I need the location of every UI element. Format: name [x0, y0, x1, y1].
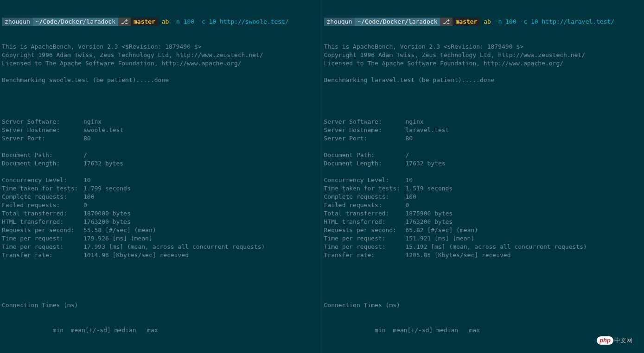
stat-row: Time taken for tests:1.799 seconds [2, 184, 320, 193]
watermark: php中文网 [597, 336, 632, 345]
stat-label: Complete requests: [2, 193, 83, 201]
stat-value: 100 [83, 193, 94, 200]
stat-label: Requests per second: [2, 226, 83, 234]
stat-label: HTML transferred: [2, 218, 83, 226]
stat-label: Concurrency Level: [2, 176, 83, 184]
stat-value: 15.192 [ms] (mean, across all concurrent… [406, 243, 587, 250]
stat-label: Complete requests: [324, 193, 406, 201]
stat-label: Time taken for tests: [2, 184, 83, 193]
stat-value: 1205.85 [Kbytes/sec] received [406, 252, 511, 258]
output-line: Benchmarking swoole.test (be patient)...… [2, 76, 320, 84]
stat-row: HTML transferred:1763200 bytes [2, 218, 320, 226]
stat-row: Concurrency Level:10 [324, 176, 643, 184]
watermark-brand: php [597, 336, 613, 345]
stat-value: 17.993 [ms] (mean, across all concurrent… [83, 243, 265, 250]
stat-value: nginx [406, 118, 424, 125]
command-args: -n 100 -c 10 http://laravel.test/ [495, 18, 614, 25]
terminal-pane-right[interactable]: zhouqun~/Code/Docker/laradock⎇master ab … [322, 0, 644, 353]
stat-label: Failed requests: [324, 201, 406, 209]
stat-row: Requests per second:65.82 [#/sec] (mean) [324, 226, 643, 234]
stat-label: Failed requests: [2, 201, 83, 209]
stat-value: 17632 bytes [83, 160, 123, 167]
stat-value: swoole.test [83, 126, 123, 133]
stat-label: Time per request: [324, 243, 406, 251]
stat-value: 55.58 [#/sec] (mean) [83, 227, 156, 233]
stat-label: Time per request: [2, 243, 83, 251]
terminal-pane-left[interactable]: zhouqun~/Code/Docker/laradock⎇master ab … [0, 0, 322, 353]
prompt-branch: master [453, 18, 480, 26]
output-line [2, 68, 320, 76]
stat-value: 179.926 [ms] (mean) [83, 235, 153, 242]
stat-value: 151.921 [ms] (mean) [406, 235, 475, 242]
prompt-path: ~/Code/Docker/laradock [355, 18, 440, 26]
conn-header: min mean[+/-sd] median max [324, 326, 643, 334]
stat-row: Time per request:179.926 [ms] (mean) [2, 234, 320, 243]
stat-row: Transfer rate:1014.96 [Kbytes/sec] recei… [2, 251, 320, 259]
output-line [324, 68, 643, 76]
stat-row: Failed requests:0 [2, 201, 320, 209]
output-line: Copyright 1996 Adam Twiss, Zeus Technolo… [324, 51, 643, 59]
prompt-line: zhouqun~/Code/Docker/laradock⎇master ab … [2, 18, 320, 26]
stat-value: / [406, 151, 409, 158]
stat-row: Server Software:nginx [324, 118, 643, 126]
git-icon: ⎇ [118, 18, 131, 26]
command-name: ab [162, 18, 169, 25]
stat-row: Server Port:80 [2, 134, 320, 143]
stat-value: 1014.96 [Kbytes/sec] received [83, 252, 189, 258]
blank [324, 276, 643, 284]
command-args: -n 100 -c 10 http://swoole.test/ [172, 18, 288, 25]
stat-value: / [83, 151, 87, 158]
output-line [2, 143, 320, 151]
watermark-text: 中文网 [614, 337, 632, 344]
conn-title: Connection Times (ms) [2, 301, 320, 309]
stat-value: 0 [406, 202, 409, 208]
output-line: Connect: 0 1 0.4 1 3 [324, 351, 643, 353]
output-header-left: This is ApacheBench, Version 2.3 <$Revis… [2, 43, 320, 101]
prompt-user: zhouqun [2, 18, 33, 26]
stat-label: Server Software: [2, 118, 83, 126]
conn-rows-right: Connect: 0 1 0.4 1 3Processing: 41 137 2… [324, 351, 643, 353]
stat-row: Server Port:80 [324, 134, 643, 143]
stat-label: Server Hostname: [2, 126, 83, 134]
stat-row: Server Hostname:laravel.test [324, 126, 643, 134]
stat-label: Concurrency Level: [324, 176, 406, 184]
stat-value: laravel.test [406, 126, 449, 133]
stat-row: Document Length:17632 bytes [324, 159, 643, 168]
terminal-split: zhouqun~/Code/Docker/laradock⎇master ab … [0, 0, 644, 353]
stat-row: Total transferred:1870000 bytes [2, 209, 320, 218]
stat-value: 1.519 seconds [406, 185, 453, 192]
stat-value: 80 [83, 135, 91, 142]
output-line [2, 93, 320, 101]
prompt-branch: master [131, 18, 158, 26]
stat-value: 80 [406, 135, 413, 142]
stat-row: HTML transferred:1763200 bytes [324, 218, 643, 226]
conn-title: Connection Times (ms) [324, 301, 643, 309]
stat-row: Time per request:151.921 [ms] (mean) [324, 234, 643, 243]
stat-row: Document Path:/ [2, 151, 320, 159]
output-line [2, 168, 320, 176]
stat-label: Total transferred: [324, 209, 406, 218]
stat-label: Document Length: [324, 159, 406, 168]
stat-row: Transfer rate:1205.85 [Kbytes/sec] recei… [324, 251, 643, 259]
output-line: Copyright 1996 Adam Twiss, Zeus Technolo… [2, 51, 320, 59]
stat-label: Total transferred: [2, 209, 83, 218]
stat-label: Time per request: [324, 234, 406, 243]
output-line [324, 168, 643, 176]
stat-row: Server Hostname:swoole.test [2, 126, 320, 134]
output-line: Licensed to The Apache Software Foundati… [2, 59, 320, 68]
output-line: Benchmarking laravel.test (be patient)..… [324, 76, 643, 84]
stat-row: Time per request:17.993 [ms] (mean, acro… [2, 243, 320, 251]
stat-label: Server Software: [324, 118, 406, 126]
output-line: Licensed to The Apache Software Foundati… [324, 59, 643, 68]
stat-row: Server Software:nginx [2, 118, 320, 126]
output-line [324, 143, 643, 151]
output-line: This is ApacheBench, Version 2.3 <$Revis… [324, 43, 643, 51]
stat-row: Total transferred:1875900 bytes [324, 209, 643, 218]
conn-rows-left: Connect: 0 1 0.5 1 4Processing: 17 154 1… [2, 351, 320, 353]
stat-row: Concurrency Level:10 [2, 176, 320, 184]
stat-row: Time taken for tests:1.519 seconds [324, 184, 643, 193]
stat-label: Time per request: [2, 234, 83, 243]
stat-value: 1763200 bytes [83, 218, 131, 225]
stat-label: Transfer rate: [324, 251, 406, 259]
stat-label: Requests per second: [324, 226, 406, 234]
